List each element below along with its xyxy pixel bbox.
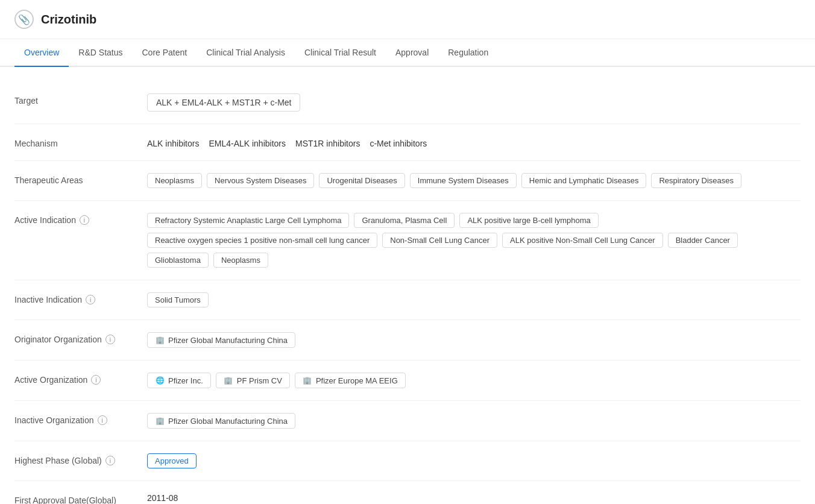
- active-org-row: Active Organization i 🌐 Pfizer Inc. 🏢 PF…: [14, 361, 801, 401]
- inactive-org-label: Inactive Organization i: [14, 413, 147, 425]
- building-icon: 🏢: [155, 335, 165, 345]
- indication-tag[interactable]: Bladder Cancer: [668, 233, 738, 248]
- tab-clinical-trial-result[interactable]: Clinical Trial Result: [295, 39, 386, 66]
- first-approval-content: 2011-08: [147, 493, 801, 503]
- active-indication-row: Active Indication i Refractory Systemic …: [14, 201, 801, 280]
- tab-regulation[interactable]: Regulation: [438, 39, 498, 66]
- highest-phase-row: Highest Phase (Global) i Approved: [14, 441, 801, 481]
- inactive-org-info-icon[interactable]: i: [98, 415, 107, 425]
- therapeutic-tag[interactable]: Immune System Diseases: [410, 173, 517, 188]
- mechanism-item: MST1R inhibitors: [295, 139, 360, 148]
- originator-org-row: Originator Organization i 🏢 Pfizer Globa…: [14, 320, 801, 361]
- therapeutic-tag[interactable]: Respiratory Diseases: [651, 173, 741, 188]
- indication-tag[interactable]: Glioblastoma: [147, 253, 209, 268]
- first-approval-label: First Approval Date(Global): [14, 493, 147, 504]
- page-header: 📎 Crizotinib: [0, 0, 815, 39]
- inactive-indication-tag[interactable]: Solid Tumors: [147, 292, 209, 307]
- page-title: Crizotinib: [41, 13, 96, 27]
- mechanism-row: Mechanism ALK inhibitors EML4-ALK inhibi…: [14, 124, 801, 161]
- building-icon: 🏢: [155, 416, 165, 426]
- therapeutic-tag[interactable]: Urogenital Diseases: [319, 173, 404, 188]
- highest-phase-label: Highest Phase (Global) i: [14, 453, 147, 465]
- building-icon: 🏢: [224, 376, 233, 385]
- inactive-org-row: Inactive Organization i 🏢 Pfizer Global …: [14, 401, 801, 441]
- highest-phase-tag[interactable]: Approved: [147, 453, 197, 468]
- highest-phase-content: Approved: [147, 453, 801, 468]
- active-indication-info-icon[interactable]: i: [80, 215, 89, 225]
- inactive-indication-content: Solid Tumors: [147, 292, 801, 307]
- globe-icon: 🌐: [155, 376, 165, 385]
- indication-tag[interactable]: Non-Small Cell Lung Cancer: [382, 233, 497, 248]
- active-org-info-icon[interactable]: i: [91, 375, 101, 385]
- inactive-org-content: 🏢 Pfizer Global Manufacturing China: [147, 413, 801, 429]
- originator-org-label: Originator Organization i: [14, 332, 147, 344]
- mechanism-item: c-Met inhibitors: [370, 139, 427, 148]
- inactive-indication-row: Inactive Indication i Solid Tumors: [14, 280, 801, 320]
- tab-clinical-trial-analysis[interactable]: Clinical Trial Analysis: [197, 39, 295, 66]
- main-content: Target ALK + EML4-ALK + MST1R + c-Met Me…: [0, 67, 815, 504]
- originator-org-content: 🏢 Pfizer Global Manufacturing China: [147, 332, 801, 348]
- indication-tag[interactable]: ALK positive large B-cell lymphoma: [459, 213, 598, 228]
- target-label: Target: [14, 93, 147, 106]
- therapeutic-areas-label: Therapeutic Areas: [14, 173, 147, 185]
- target-row: Target ALK + EML4-ALK + MST1R + c-Met: [14, 81, 801, 124]
- indication-tag[interactable]: Neoplasms: [213, 253, 268, 268]
- mechanism-content: ALK inhibitors EML4-ALK inhibitors MST1R…: [147, 136, 801, 148]
- drug-icon: 📎: [14, 10, 34, 29]
- tab-rd-status[interactable]: R&D Status: [69, 39, 132, 66]
- therapeutic-areas-content: Neoplasms Nervous System Diseases Urogen…: [147, 173, 801, 188]
- active-org-label: Active Organization i: [14, 373, 147, 385]
- active-org-tag-pfizer-europe[interactable]: 🏢 Pfizer Europe MA EEIG: [295, 373, 406, 388]
- originator-org-info-icon[interactable]: i: [105, 335, 115, 344]
- mechanism-item: ALK inhibitors: [147, 139, 199, 148]
- tab-overview[interactable]: Overview: [14, 39, 69, 66]
- active-indication-content: Refractory Systemic Anaplastic Large Cel…: [147, 213, 801, 268]
- active-indication-label: Active Indication i: [14, 213, 147, 225]
- originator-org-tag[interactable]: 🏢 Pfizer Global Manufacturing China: [147, 332, 295, 348]
- indication-tag[interactable]: Granuloma, Plasma Cell: [354, 213, 455, 228]
- target-content: ALK + EML4-ALK + MST1R + c-Met: [147, 93, 801, 112]
- mechanism-item: EML4-ALK inhibitors: [209, 139, 286, 148]
- first-approval-value: 2011-08: [147, 493, 178, 503]
- indication-tag[interactable]: Refractory Systemic Anaplastic Large Cel…: [147, 213, 349, 228]
- therapeutic-tag[interactable]: Hemic and Lymphatic Diseases: [521, 173, 647, 188]
- therapeutic-areas-row: Therapeutic Areas Neoplasms Nervous Syst…: [14, 161, 801, 201]
- inactive-indication-info-icon[interactable]: i: [86, 295, 95, 304]
- active-org-tag-pfizer-inc[interactable]: 🌐 Pfizer Inc.: [147, 373, 211, 388]
- indication-tag[interactable]: Reactive oxygen species 1 positive non-s…: [147, 233, 377, 248]
- active-org-content: 🌐 Pfizer Inc. 🏢 PF Prism CV 🏢 Pfizer Eur…: [147, 373, 801, 388]
- active-org-tag-pf-prism[interactable]: 🏢 PF Prism CV: [216, 373, 290, 388]
- indication-tag[interactable]: ALK positive Non-Small Cell Lung Cancer: [502, 233, 663, 248]
- therapeutic-tag[interactable]: Neoplasms: [147, 173, 202, 188]
- inactive-org-tag[interactable]: 🏢 Pfizer Global Manufacturing China: [147, 413, 295, 429]
- main-nav: Overview R&D Status Core Patent Clinical…: [0, 39, 815, 67]
- tab-core-patent[interactable]: Core Patent: [133, 39, 197, 66]
- mechanism-label: Mechanism: [14, 136, 147, 148]
- target-tag: ALK + EML4-ALK + MST1R + c-Met: [147, 93, 300, 112]
- inactive-indication-label: Inactive Indication i: [14, 292, 147, 304]
- building-icon: 🏢: [303, 376, 312, 385]
- tab-approval[interactable]: Approval: [386, 39, 438, 66]
- therapeutic-tag[interactable]: Nervous System Diseases: [207, 173, 314, 188]
- first-approval-row: First Approval Date(Global) 2011-08: [14, 481, 801, 504]
- highest-phase-info-icon[interactable]: i: [105, 456, 115, 465]
